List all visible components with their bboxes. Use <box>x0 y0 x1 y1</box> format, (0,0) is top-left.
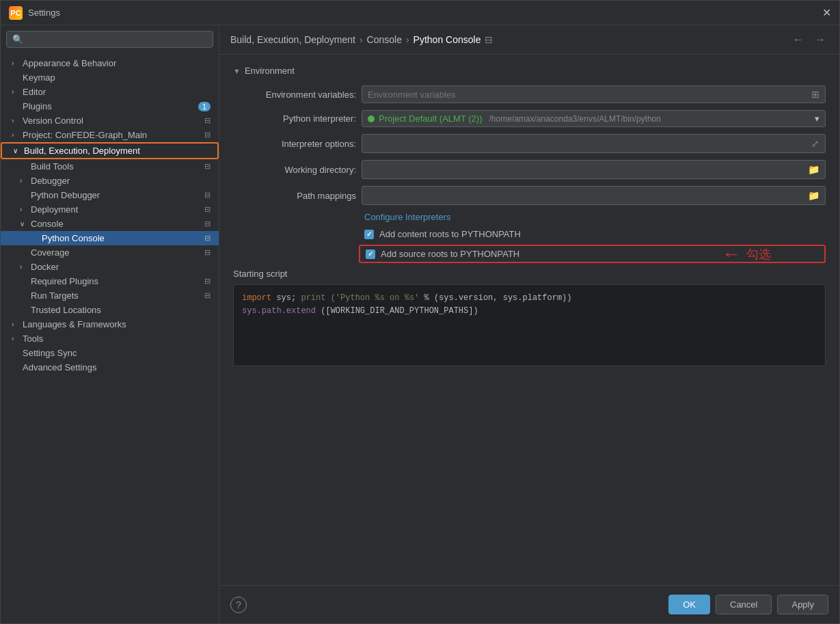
interpreter-name: Project Default (ALMT (2)) <box>379 113 482 124</box>
sidebar-item-label: Trusted Locations <box>31 305 211 315</box>
interpreter-label: Python interpreter: <box>233 113 356 124</box>
sidebar-item-build-tools[interactable]: Build Tools ⊟ <box>1 159 219 174</box>
checkbox-source-roots-wrapper: Add source roots to PYTHONPATH ← 勾选 <box>233 245 826 263</box>
arrow-icon: › <box>12 88 20 96</box>
sidebar-item-trusted-locations[interactable]: Trusted Locations <box>1 303 219 317</box>
checkbox-content-roots[interactable] <box>364 230 374 239</box>
path-mappings-browse-button[interactable]: 📁 <box>802 190 825 201</box>
sidebar-item-build-exec[interactable]: ∨ Build, Execution, Deployment <box>1 142 219 159</box>
sidebar-item-console[interactable]: ∨ Console ⊟ <box>1 217 219 231</box>
sidebar-item-settings-sync[interactable]: Settings Sync <box>1 346 219 360</box>
sidebar-item-advanced-settings[interactable]: Advanced Settings <box>1 360 219 375</box>
bottom-left: ? <box>230 597 247 613</box>
arrow-icon: › <box>12 117 20 124</box>
working-directory-input: 📁 <box>362 160 826 179</box>
sidebar-item-project[interactable]: › Project: ConFEDE-Graph_Main ⊟ <box>1 128 219 142</box>
interpreter-options-input: ⤢ <box>362 134 826 153</box>
breadcrumb-actions: ← → <box>790 32 828 47</box>
interpreter-dropdown-arrow: ▾ <box>815 113 819 124</box>
sidebar-item-label: Advanced Settings <box>23 362 211 372</box>
env-vars-expand-button[interactable]: ⊞ <box>811 89 819 100</box>
sidebar-item-label: Editor <box>23 87 211 97</box>
checkbox-source-roots-label: Add source roots to PYTHONPATH <box>381 249 519 259</box>
window-title: Settings <box>28 8 60 18</box>
titlebar: PC Settings ✕ <box>1 1 839 25</box>
sidebar-item-plugins[interactable]: Plugins 1 <box>1 99 219 113</box>
sidebar-item-version-control[interactable]: › Version Control ⊟ <box>1 113 219 128</box>
sidebar-item-languages[interactable]: › Languages & Frameworks <box>1 317 219 331</box>
breadcrumb-sep1: › <box>360 34 363 45</box>
sidebar-item-editor[interactable]: › Editor <box>1 85 219 99</box>
sidebar-item-label: Keymap <box>23 72 211 83</box>
ok-button[interactable]: OK <box>668 595 710 614</box>
close-button[interactable]: ✕ <box>822 6 831 19</box>
search-box[interactable]: 🔍 <box>6 31 213 48</box>
interpreter-select[interactable]: Project Default (ALMT (2)) /home/amax/an… <box>362 110 826 127</box>
path-mappings-input: 📁 <box>362 186 826 205</box>
code-line-2: sys.path.extend ([WORKING_DIR_AND_PYTHON… <box>242 305 817 318</box>
starting-script-label: Starting script <box>233 269 826 279</box>
sidebar-item-docker[interactable]: › Docker <box>1 260 219 274</box>
interpreter-options-expand-button[interactable]: ⤢ <box>806 138 825 149</box>
sidebar-item-label: Project: ConFEDE-Graph_Main <box>23 130 202 140</box>
collapse-icon[interactable]: ▼ <box>233 67 241 75</box>
sidebar-item-label: Build Tools <box>31 161 202 172</box>
breadcrumb-current: Python Console <box>414 34 481 45</box>
forward-button[interactable]: → <box>812 32 828 47</box>
arrow-icon: › <box>12 59 20 67</box>
sidebar-item-label: Version Control <box>23 116 202 126</box>
working-directory-browse-button[interactable]: 📁 <box>802 164 825 175</box>
code-string-val: ('Python %s on %s' <box>331 293 420 303</box>
sidebar-item-label: Required Plugins <box>31 276 202 286</box>
sidebar-item-python-debugger[interactable]: Python Debugger ⊟ <box>1 188 219 202</box>
sidebar-item-label: Run Targets <box>31 290 202 301</box>
interpreter-options-row: Interpreter options: ⤢ <box>233 134 826 153</box>
python-interpreter-row: Python interpreter: Project Default (ALM… <box>233 110 826 127</box>
arrow-icon: › <box>20 206 28 213</box>
apply-button[interactable]: Apply <box>777 595 828 614</box>
sidebar-item-deployment[interactable]: › Deployment ⊟ <box>1 202 219 217</box>
env-vars-input[interactable] <box>368 90 811 100</box>
cancel-button[interactable]: Cancel <box>716 595 772 614</box>
plugins-badge: 1 <box>198 102 211 111</box>
bottom-bar: ? OK Cancel Apply <box>219 585 839 623</box>
pin-icon: ⊟ <box>204 248 211 257</box>
arrow-icon: › <box>20 263 28 271</box>
sidebar-item-debugger[interactable]: › Debugger <box>1 174 219 188</box>
checkbox-source-roots[interactable] <box>366 249 375 259</box>
path-mappings-label: Path mappings <box>233 191 356 201</box>
sidebar-item-label: Console <box>31 219 202 229</box>
settings-window: PC Settings ✕ 🔍 › Appearance & Behavior … <box>0 0 840 624</box>
sidebar-item-run-targets[interactable]: Run Targets ⊟ <box>1 288 219 303</box>
code-import-keyword: import <box>242 293 271 303</box>
sidebar-item-label: Debugger <box>31 176 211 186</box>
sidebar-item-label: Deployment <box>31 204 202 215</box>
sidebar-item-label: Python Console <box>42 233 202 243</box>
pin-icon: ⊟ <box>204 116 211 125</box>
breadcrumb-part2: Console <box>367 34 402 45</box>
configure-interpreters-link[interactable]: Configure Interpreters <box>364 212 826 222</box>
env-vars-label: Environment variables: <box>233 90 356 100</box>
sidebar-item-required-plugins[interactable]: Required Plugins ⊟ <box>1 274 219 288</box>
sidebar-item-keymap[interactable]: Keymap <box>1 70 219 85</box>
sidebar-item-tools[interactable]: › Tools <box>1 331 219 346</box>
arrow-icon: ∨ <box>20 220 28 228</box>
code-format-args: % (sys.version, sys.platform)) <box>424 293 571 303</box>
sidebar-item-label: Coverage <box>31 247 202 258</box>
bottom-right: OK Cancel Apply <box>668 595 828 614</box>
minimize-panel-icon[interactable]: ⊟ <box>485 34 493 45</box>
working-directory-label: Working directory: <box>233 165 356 175</box>
sidebar-item-python-console[interactable]: Python Console ⊟ <box>1 231 219 245</box>
pin-icon: ⊟ <box>204 234 211 243</box>
env-vars-input-wrap: ⊞ <box>362 85 826 103</box>
sidebar-item-appearance[interactable]: › Appearance & Behavior <box>1 56 219 70</box>
sidebar-item-coverage[interactable]: Coverage ⊟ <box>1 245 219 260</box>
arrow-icon: › <box>12 131 20 139</box>
back-button[interactable]: ← <box>790 32 807 47</box>
help-button[interactable]: ? <box>230 597 247 613</box>
sidebar: 🔍 › Appearance & Behavior Keymap › Edito <box>1 25 219 623</box>
search-input[interactable] <box>26 34 207 44</box>
code-sys-ref: sys; <box>276 293 301 303</box>
breadcrumb-bar: Build, Execution, Deployment › Console ›… <box>219 25 839 55</box>
code-print-keyword: print <box>301 293 325 303</box>
